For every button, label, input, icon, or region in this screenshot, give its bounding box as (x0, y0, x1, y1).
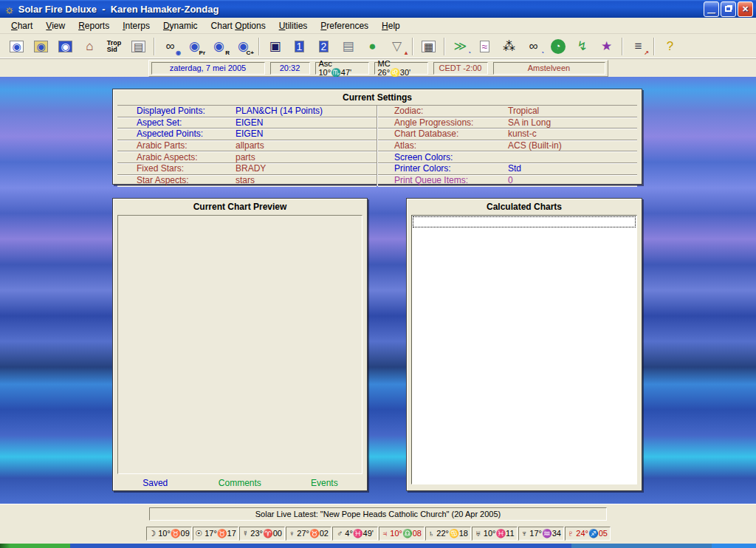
open-chart-icon[interactable]: ◉ (29, 36, 53, 57)
dynamic-report-icon[interactable]: ≫◔ (448, 36, 472, 57)
setting-row-star-aspects[interactable]: Star Aspects:stars (117, 175, 377, 187)
toolbar-separator (444, 38, 445, 55)
view-chart-icon[interactable]: ▣ (263, 36, 287, 57)
chart-wizard-icon[interactable]: ★ (594, 36, 619, 57)
transit-search-icon[interactable]: ∞◔ (521, 36, 546, 57)
setting-label: Star Aspects: (117, 175, 236, 185)
setting-row-aspected-points[interactable]: Aspected Points:EIGEN (117, 129, 377, 140)
save-chart-icon[interactable]: ◉ (53, 36, 78, 57)
setting-row-print-queue-items[interactable]: Print Queue Items:0 (378, 175, 637, 187)
return-chart-icon[interactable]: ◉R (207, 36, 231, 57)
setting-label: Printer Colors: (378, 163, 508, 174)
setting-value: EIGEN (236, 129, 263, 139)
composite-chart-icon-tag: C+ (247, 49, 254, 56)
close-icon: ✕ (742, 4, 749, 14)
new-chart-icon[interactable]: ◉ (4, 36, 29, 57)
menu-item-dynamic[interactable]: Dynamic (157, 18, 205, 33)
setting-value: Std (508, 163, 521, 174)
menu-item-chart-options[interactable]: Chart Options (205, 18, 272, 33)
setting-row-displayed-points[interactable]: Displayed Points:PLAN&CH (14 Points) (117, 106, 377, 117)
view-chart-1-icon[interactable]: 1 (287, 36, 312, 57)
menu-item-preferences[interactable]: Preferences (314, 18, 375, 33)
preview-footer-events[interactable]: Events (282, 478, 367, 488)
setting-row-atlas[interactable]: Atlas:ACS (Built-in) (378, 140, 637, 152)
chart-list-icon[interactable]: ≡↗ (626, 36, 650, 57)
filter-funnel-icon-glyph: ▽ (392, 40, 402, 52)
chart-pages-icon[interactable]: ▤ (336, 36, 360, 57)
send-chart-icon[interactable]: ⌂ (78, 36, 102, 57)
open-chart-icon-glyph: ◉ (34, 41, 47, 52)
menu-item-view[interactable]: View (39, 18, 72, 33)
calculated-charts-list[interactable] (411, 215, 637, 484)
help-icon[interactable]: ? (658, 36, 682, 57)
animate-chart-icon[interactable]: ↯ (570, 36, 594, 57)
setting-row-printer-colors[interactable]: Printer Colors:Std (378, 163, 637, 175)
find-chart-icon[interactable]: ∞◉ (158, 36, 182, 57)
aspect-grid-icon-glyph: ▦ (422, 41, 436, 52)
planet-position-saturn: ♄ 22°♋18 (425, 527, 471, 541)
taskbar-tray-area (712, 544, 756, 548)
title-bar[interactable]: ☼ Solar Fire Deluxe - Karen Hamaker-Zond… (0, 0, 756, 18)
toolbar-separator (154, 38, 155, 55)
current-settings-panel: Current Settings Displayed Points:PLAN&C… (112, 89, 642, 185)
start-button-sliver[interactable] (0, 544, 70, 548)
setting-label: Arabic Aspects: (117, 152, 236, 162)
setting-row-fixed-stars[interactable]: Fixed Stars:BRADY (117, 163, 377, 175)
close-button[interactable]: ✕ (738, 1, 753, 17)
filter-funnel-icon[interactable]: ▽▴ (385, 36, 409, 57)
composite-chart-icon[interactable]: ◉C+ (231, 36, 255, 57)
planet-position-uranus: ♅ 10°♓11 (472, 527, 518, 541)
menu-item-interps[interactable]: Interps (116, 18, 157, 33)
menu-item-reports[interactable]: Reports (72, 18, 116, 33)
setting-label: Zodiac: (378, 106, 508, 116)
setting-row-zodiac[interactable]: Zodiac:Tropical (378, 106, 637, 117)
planet-position-mars: ♂ 4°♓49' (332, 527, 378, 541)
send-chart-icon-glyph: ⌂ (86, 40, 93, 52)
toolbar-separator (258, 38, 260, 55)
aspect-pattern-icon-glyph: ⁂ (503, 40, 515, 52)
chart-info-bar: zaterdag, 7 mei 2005 20:32 Asc 10°♏47' M… (148, 60, 608, 77)
minimize-icon: — (707, 10, 715, 15)
print-chart-icon[interactable]: ▤ (126, 36, 151, 57)
app-window: ☼ Solar Fire Deluxe - Karen Hamaker-Zond… (0, 0, 756, 548)
calculated-charts-selected-item[interactable] (413, 216, 636, 227)
atlas-globe-icon[interactable]: ● (360, 36, 385, 57)
setting-label: Displayed Points: (117, 106, 236, 116)
preview-footer-saved[interactable]: Saved (113, 478, 198, 488)
setting-label: Angle Progressions: (378, 117, 508, 128)
setting-row-aspect-set[interactable]: Aspect Set:EIGEN (117, 117, 377, 129)
restore-button[interactable] (721, 1, 736, 17)
aspect-grid-icon[interactable]: ▦ (416, 36, 441, 57)
current-time-icon[interactable]: ◔ (546, 36, 570, 57)
setting-row-arabic-aspects[interactable]: Arabic Aspects:parts (117, 151, 377, 163)
setting-row-chart-database[interactable]: Chart Database:kunst-c (378, 129, 637, 140)
current-chart-preview-panel: Current Chart Preview SavedCommentsEvent… (112, 198, 368, 491)
view-chart-icon-glyph: ▣ (269, 40, 281, 52)
current-date-box: zaterdag, 7 mei 2005 (151, 62, 265, 75)
aspect-pattern-icon[interactable]: ⁂ (497, 36, 521, 57)
setting-label: Chart Database: (378, 129, 508, 139)
menu-item-help[interactable]: Help (375, 18, 407, 33)
menu-item-chart[interactable]: Chart (4, 18, 39, 33)
trop-sid-toggle-icon[interactable]: Trop Sid (102, 36, 126, 57)
preview-panel-title: Current Chart Preview (113, 199, 367, 212)
setting-row-arabic-parts[interactable]: Arabic Parts:allparts (117, 140, 377, 152)
progressed-chart-icon[interactable]: ◉Pr (182, 36, 207, 57)
current-time-icon-glyph: ◔ (551, 39, 566, 54)
setting-label: Arabic Parts: (117, 140, 236, 151)
setting-label: Screen Colors: (378, 152, 508, 162)
setting-row-screen-colors[interactable]: Screen Colors: (378, 151, 637, 163)
current-time-box: 20:32 (270, 62, 310, 75)
save-chart-icon-glyph: ◉ (58, 41, 72, 52)
menu-item-utilities[interactable]: Utilities (272, 18, 315, 33)
minimize-button[interactable]: — (704, 1, 719, 17)
setting-row-angle-progressions[interactable]: Angle Progressions:SA in Long (378, 117, 637, 129)
chart-preview-area[interactable] (117, 215, 362, 474)
graphic-ephemeris-icon[interactable]: ≈ (472, 36, 497, 57)
trop-sid-toggle-icon-glyph: Trop Sid (107, 40, 122, 53)
toolbar-group-6: ≡↗ (626, 36, 650, 57)
view-chart-2-icon[interactable]: 2 (312, 36, 336, 57)
chart-pages-icon-glyph: ▤ (342, 40, 354, 52)
toolbar-separator (653, 38, 655, 55)
preview-footer-comments[interactable]: Comments (198, 478, 283, 488)
